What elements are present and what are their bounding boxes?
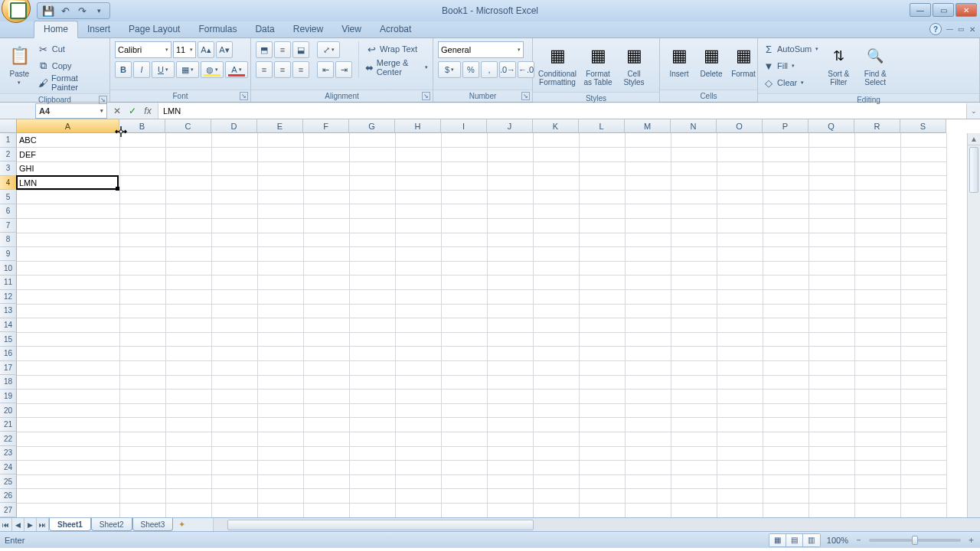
- cell[interactable]: [579, 318, 625, 333]
- cell[interactable]: [671, 361, 717, 376]
- cell[interactable]: [211, 489, 257, 504]
- cell[interactable]: [808, 332, 854, 347]
- cell[interactable]: [854, 318, 900, 333]
- cell[interactable]: [854, 332, 900, 347]
- cell[interactable]: [854, 503, 900, 517]
- cell[interactable]: [17, 318, 119, 333]
- cell[interactable]: [579, 233, 625, 247]
- cell[interactable]: [717, 176, 763, 191]
- cell[interactable]: [257, 432, 303, 446]
- row-header[interactable]: 7: [0, 219, 17, 233]
- cell[interactable]: [487, 290, 533, 305]
- cell[interactable]: [533, 418, 579, 432]
- cell[interactable]: [671, 347, 717, 361]
- cell[interactable]: [257, 418, 303, 432]
- cell[interactable]: [257, 474, 303, 489]
- column-header-I[interactable]: I: [441, 119, 487, 133]
- cell[interactable]: [17, 290, 119, 305]
- cell[interactable]: [671, 261, 717, 276]
- cell[interactable]: [671, 461, 717, 475]
- cell[interactable]: [533, 361, 579, 376]
- italic-button[interactable]: I: [133, 61, 150, 78]
- cell[interactable]: [579, 361, 625, 376]
- cell[interactable]: [395, 176, 441, 191]
- cell[interactable]: [854, 247, 900, 262]
- cell[interactable]: [257, 403, 303, 418]
- cell[interactable]: [625, 261, 671, 276]
- cell[interactable]: [808, 261, 854, 276]
- cell[interactable]: [854, 418, 900, 432]
- cell[interactable]: [349, 332, 395, 347]
- tab-data[interactable]: Data: [246, 21, 283, 37]
- cell[interactable]: [808, 190, 854, 204]
- cell[interactable]: [441, 390, 487, 404]
- cell[interactable]: [211, 133, 257, 148]
- cell[interactable]: [165, 432, 211, 446]
- cell[interactable]: [119, 276, 165, 290]
- cell[interactable]: [211, 503, 257, 517]
- row-header[interactable]: 23: [0, 446, 17, 461]
- cell[interactable]: [717, 390, 763, 404]
- cell[interactable]: [533, 375, 579, 390]
- cell[interactable]: [717, 304, 763, 318]
- cell[interactable]: [763, 133, 808, 148]
- column-header-O[interactable]: O: [717, 119, 763, 133]
- font-color-button[interactable]: A: [225, 61, 248, 78]
- cell[interactable]: [900, 446, 946, 461]
- column-header-N[interactable]: N: [671, 119, 717, 133]
- percent-format-button[interactable]: %: [462, 61, 479, 78]
- cell[interactable]: [717, 247, 763, 262]
- cell[interactable]: [533, 290, 579, 305]
- column-header-P[interactable]: P: [763, 119, 808, 133]
- cell[interactable]: [900, 403, 946, 418]
- cell[interactable]: [717, 474, 763, 489]
- cell[interactable]: [17, 503, 119, 517]
- cell[interactable]: [211, 446, 257, 461]
- cell[interactable]: [119, 474, 165, 489]
- sheet-tab-3[interactable]: Sheet3: [132, 518, 174, 531]
- last-sheet-button[interactable]: ⏭: [37, 518, 49, 531]
- column-header-S[interactable]: S: [900, 119, 946, 133]
- cell[interactable]: [487, 261, 533, 276]
- cell[interactable]: [579, 489, 625, 504]
- cell[interactable]: [165, 161, 211, 176]
- cell[interactable]: [717, 261, 763, 276]
- cell[interactable]: [763, 261, 808, 276]
- cell[interactable]: [717, 375, 763, 390]
- cell[interactable]: [119, 489, 165, 504]
- cell[interactable]: [808, 247, 854, 262]
- cell[interactable]: [165, 461, 211, 475]
- cell[interactable]: [441, 133, 487, 148]
- cell[interactable]: [119, 290, 165, 305]
- cell[interactable]: [900, 361, 946, 376]
- tab-view[interactable]: View: [332, 21, 371, 37]
- cell[interactable]: [257, 489, 303, 504]
- next-sheet-button[interactable]: ▶: [24, 518, 37, 531]
- cell[interactable]: [625, 489, 671, 504]
- cell[interactable]: [395, 347, 441, 361]
- cell[interactable]: [625, 432, 671, 446]
- cell[interactable]: [211, 276, 257, 290]
- cell[interactable]: [395, 432, 441, 446]
- cell[interactable]: [900, 204, 946, 219]
- fill-color-button[interactable]: ◍: [201, 61, 224, 78]
- cell[interactable]: GHI: [17, 161, 119, 176]
- cell[interactable]: [395, 403, 441, 418]
- cell[interactable]: [763, 161, 808, 176]
- cell[interactable]: [625, 233, 671, 247]
- minimize-button[interactable]: —: [910, 3, 931, 17]
- cell[interactable]: [671, 503, 717, 517]
- cell[interactable]: [900, 304, 946, 318]
- align-bottom-button[interactable]: ⬓: [292, 41, 309, 58]
- cell[interactable]: [395, 446, 441, 461]
- cell[interactable]: [211, 375, 257, 390]
- cell[interactable]: [763, 332, 808, 347]
- cell[interactable]: [441, 347, 487, 361]
- cell[interactable]: [441, 432, 487, 446]
- cell[interactable]: [395, 489, 441, 504]
- cell[interactable]: [763, 390, 808, 404]
- cell[interactable]: [211, 304, 257, 318]
- cell[interactable]: [257, 361, 303, 376]
- cell[interactable]: [900, 219, 946, 233]
- cell[interactable]: [671, 247, 717, 262]
